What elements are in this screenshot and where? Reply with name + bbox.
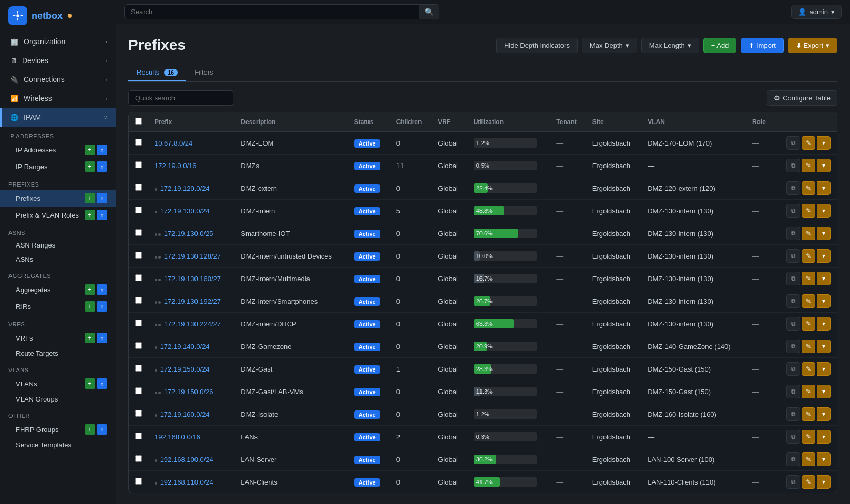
import-vrfs-button[interactable]: ↑ [97, 333, 107, 343]
import-button[interactable]: ⬆ Import [741, 38, 783, 53]
row-menu-button[interactable]: ▾ [817, 204, 831, 218]
prefix-link[interactable]: 172.19.130.160/27 [164, 275, 221, 283]
edit-row-button[interactable]: ✎ [802, 204, 815, 218]
import-ip-addresses-button[interactable]: ↑ [97, 145, 107, 155]
row-menu-button[interactable]: ▾ [817, 272, 831, 285]
sidebar-item-prefix-vlan-roles[interactable]: Prefix & VLAN Roles + ↑ [0, 207, 116, 223]
prefix-link[interactable]: 172.19.150.0/26 [164, 388, 213, 396]
add-prefix-vlan-roles-button[interactable]: + [85, 210, 95, 220]
sidebar-item-ip-addresses[interactable]: IP Addresses + ↑ [0, 141, 116, 158]
edit-row-button[interactable]: ✎ [802, 340, 815, 353]
edit-row-button[interactable]: ✎ [802, 294, 815, 308]
row-menu-button[interactable]: ▾ [817, 407, 831, 421]
sidebar-item-devices[interactable]: 🖥 Devices › [0, 51, 116, 70]
sidebar-item-vlans[interactable]: VLANs + ↑ [0, 375, 116, 392]
row-checkbox[interactable] [135, 207, 142, 213]
hide-depth-indicators-button[interactable]: Hide Depth Indicators [496, 38, 578, 53]
copy-row-button[interactable]: ⧉ [786, 136, 800, 150]
prefix-link[interactable]: 172.19.120.0/24 [160, 184, 210, 192]
sidebar-item-ip-ranges[interactable]: IP Ranges + ↑ [0, 158, 116, 175]
copy-row-button[interactable]: ⧉ [786, 159, 800, 172]
row-checkbox[interactable] [135, 184, 142, 191]
prefix-link[interactable]: 172.19.130.128/27 [164, 252, 221, 260]
row-checkbox[interactable] [135, 139, 142, 146]
copy-row-button[interactable]: ⧉ [786, 227, 800, 240]
add-ip-addresses-button[interactable]: + [85, 145, 95, 155]
row-checkbox[interactable] [135, 297, 142, 304]
row-menu-button[interactable]: ▾ [817, 294, 831, 308]
sidebar-item-wireless[interactable]: 📶 Wireless › [0, 89, 116, 108]
row-checkbox[interactable] [135, 342, 142, 349]
row-menu-button[interactable]: ▾ [817, 340, 831, 353]
row-menu-button[interactable]: ▾ [817, 249, 831, 263]
search-button[interactable]: 🔍 [419, 5, 439, 19]
row-menu-button[interactable]: ▾ [817, 159, 831, 172]
edit-row-button[interactable]: ✎ [802, 430, 815, 444]
row-menu-button[interactable]: ▾ [817, 362, 831, 376]
add-prefixes-button[interactable]: + [85, 193, 95, 203]
row-menu-button[interactable]: ▾ [817, 136, 831, 150]
add-fhrp-groups-button[interactable]: + [85, 424, 95, 435]
add-button[interactable]: + Add [703, 38, 737, 53]
row-checkbox[interactable] [135, 320, 142, 326]
sidebar-item-rirs[interactable]: RIRs + ↑ [0, 298, 116, 315]
copy-row-button[interactable]: ⧉ [786, 294, 800, 308]
export-button[interactable]: ⬇ Export ▾ [788, 38, 837, 53]
copy-row-button[interactable]: ⧉ [786, 452, 800, 466]
row-menu-button[interactable]: ▾ [817, 452, 831, 466]
add-vrfs-button[interactable]: + [85, 333, 95, 343]
import-rirs-button[interactable]: ↑ [97, 301, 107, 312]
row-menu-button[interactable]: ▾ [817, 317, 831, 331]
sidebar-item-vlan-groups[interactable]: VLAN Groups [0, 392, 116, 406]
prefix-link[interactable]: 172.19.130.0/25 [164, 230, 213, 238]
search-input[interactable] [125, 5, 419, 19]
copy-row-button[interactable]: ⧉ [786, 385, 800, 398]
edit-row-button[interactable]: ✎ [802, 385, 815, 398]
copy-row-button[interactable]: ⧉ [786, 362, 800, 376]
sidebar-item-prefixes[interactable]: Prefixes + ↑ [0, 190, 116, 207]
sidebar-item-asn-ranges[interactable]: ASN Ranges [0, 238, 116, 252]
row-checkbox[interactable] [135, 410, 142, 417]
select-all-checkbox[interactable] [135, 118, 142, 125]
copy-row-button[interactable]: ⧉ [786, 317, 800, 331]
edit-row-button[interactable]: ✎ [802, 227, 815, 240]
import-prefixes-button[interactable]: ↑ [97, 193, 107, 203]
row-checkbox[interactable] [135, 161, 142, 168]
edit-row-button[interactable]: ✎ [802, 249, 815, 263]
edit-row-button[interactable]: ✎ [802, 317, 815, 331]
prefix-link[interactable]: 172.19.0.0/16 [155, 162, 197, 170]
prefix-link[interactable]: 172.19.130.192/27 [164, 297, 221, 305]
copy-row-button[interactable]: ⧉ [786, 249, 800, 263]
prefix-link[interactable]: 172.19.130.0/24 [160, 207, 210, 215]
copy-row-button[interactable]: ⧉ [786, 181, 800, 195]
prefix-link[interactable]: 192.168.100.0/24 [160, 456, 213, 464]
copy-row-button[interactable]: ⧉ [786, 204, 800, 218]
row-menu-button[interactable]: ▾ [817, 385, 831, 398]
edit-row-button[interactable]: ✎ [802, 159, 815, 172]
tab-results[interactable]: Results 16 [128, 64, 186, 81]
tab-filters[interactable]: Filters [186, 64, 221, 81]
prefix-link[interactable]: 192.168.110.0/24 [160, 478, 213, 486]
edit-row-button[interactable]: ✎ [802, 272, 815, 285]
edit-row-button[interactable]: ✎ [802, 475, 815, 489]
add-ip-ranges-button[interactable]: + [85, 161, 95, 172]
prefix-link[interactable]: 172.19.160.0/24 [160, 410, 210, 418]
add-rirs-button[interactable]: + [85, 301, 95, 312]
row-checkbox[interactable] [135, 478, 142, 485]
quick-search-input[interactable] [128, 90, 233, 106]
row-menu-button[interactable]: ▾ [817, 181, 831, 195]
row-menu-button[interactable]: ▾ [817, 475, 831, 489]
prefix-link[interactable]: 192.168.0.0/16 [155, 433, 200, 441]
import-fhrp-groups-button[interactable]: ↑ [97, 424, 107, 435]
copy-row-button[interactable]: ⧉ [786, 272, 800, 285]
import-vlans-button[interactable]: ↑ [97, 378, 107, 389]
import-ip-ranges-button[interactable]: ↑ [97, 161, 107, 172]
sidebar-item-organization[interactable]: 🏢 Organization › [0, 32, 116, 51]
edit-row-button[interactable]: ✎ [802, 362, 815, 376]
copy-row-button[interactable]: ⧉ [786, 475, 800, 489]
sidebar-item-asns[interactable]: ASNs [0, 252, 116, 266]
copy-row-button[interactable]: ⧉ [786, 430, 800, 444]
row-checkbox[interactable] [135, 387, 142, 394]
import-aggregates-button[interactable]: ↑ [97, 284, 107, 295]
configure-table-button[interactable]: ⚙ Configure Table [767, 90, 837, 106]
